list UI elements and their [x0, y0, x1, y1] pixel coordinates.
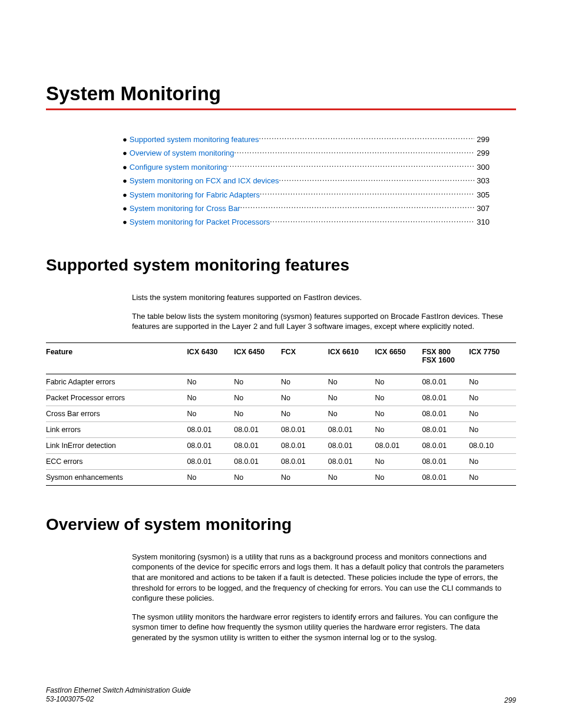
toc-leader: [279, 176, 474, 183]
cell: 08.0.01: [375, 437, 422, 453]
cell: No: [328, 406, 375, 421]
toc-link[interactable]: Overview of system monitoring: [130, 149, 234, 159]
col-header-feature: Feature: [46, 342, 187, 374]
toc-entry: ● System monitoring for Cross Bar 307: [123, 204, 490, 214]
table-row: Sysmon enhancements No No No No No 08.0.…: [46, 469, 516, 485]
title-rule: [46, 108, 516, 110]
section-intro: Lists the system monitoring features sup…: [132, 292, 516, 303]
cell: No: [469, 374, 516, 390]
cell: 08.0.01: [234, 421, 281, 437]
cell: No: [234, 374, 281, 390]
table-row: Fabric Adapter errors No No No No No 08.…: [46, 374, 516, 390]
cell: No: [187, 406, 234, 421]
chapter-toc: ● Supported system monitoring features 2…: [123, 135, 490, 228]
cell: No: [375, 421, 422, 437]
toc-page: 303: [475, 176, 490, 186]
cell: Sysmon enhancements: [46, 469, 187, 485]
toc-link[interactable]: Configure system monitoring: [130, 163, 227, 173]
col-header-icx7750: ICX 7750: [469, 342, 516, 374]
cell: No: [187, 374, 234, 390]
bullet-icon: ●: [123, 163, 127, 173]
cell: No: [328, 390, 375, 406]
toc-page: 300: [475, 163, 490, 173]
toc-leader: [240, 204, 475, 211]
cell: No: [375, 374, 422, 390]
cell: No: [375, 390, 422, 406]
toc-page: 305: [475, 190, 490, 200]
cell: 08.0.01: [422, 374, 469, 390]
cell: 08.0.01: [422, 390, 469, 406]
overview-p2: The sysmon utility monitors the hardware…: [132, 612, 516, 643]
toc-page: 310: [475, 218, 490, 228]
table-row: Packet Processor errors No No No No No 0…: [46, 390, 516, 406]
section-heading-supported: Supported system monitoring features: [46, 256, 516, 275]
col-header-icx6650: ICX 6650: [375, 342, 422, 374]
toc-entry: ● System monitoring for Packet Processor…: [123, 218, 490, 228]
cell: 08.0.01: [422, 421, 469, 437]
cell: 08.0.01: [281, 453, 328, 469]
cell: 08.0.01: [422, 453, 469, 469]
table-row: Link errors 08.0.01 08.0.01 08.0.01 08.0…: [46, 421, 516, 437]
toc-link[interactable]: System monitoring on FCX and ICX devices: [130, 176, 279, 186]
cell: No: [187, 469, 234, 485]
col-header-fsx1600: FSX 1600: [422, 356, 465, 364]
table-row: Link InError detection 08.0.01 08.0.01 0…: [46, 437, 516, 453]
cell: 08.0.01: [187, 453, 234, 469]
cell: Cross Bar errors: [46, 406, 187, 421]
toc-link[interactable]: System monitoring for Cross Bar: [130, 204, 240, 214]
toc-leader: [227, 163, 474, 170]
toc-entry: ● Supported system monitoring features 2…: [123, 135, 490, 145]
cell: No: [469, 390, 516, 406]
toc-entry: ● System monitoring for Fabric Adapters …: [123, 190, 490, 200]
cell: No: [375, 453, 422, 469]
cell: No: [281, 406, 328, 421]
col-header-icx6430: ICX 6430: [187, 342, 234, 374]
toc-leader: [260, 190, 474, 197]
table-row: Cross Bar errors No No No No No 08.0.01 …: [46, 406, 516, 421]
cell: 08.0.01: [281, 421, 328, 437]
section-desc: The table below lists the system monitor…: [132, 311, 516, 332]
cell: Link errors: [46, 421, 187, 437]
cell: No: [469, 453, 516, 469]
cell: Fabric Adapter errors: [46, 374, 187, 390]
toc-page: 307: [475, 204, 490, 214]
footer-doc-number: 53-1003075-02: [46, 695, 191, 704]
col-header-icx6450: ICX 6450: [234, 342, 281, 374]
toc-link[interactable]: System monitoring for Fabric Adapters: [130, 190, 260, 200]
footer-guide-name: FastIron Ethernet Switch Administration …: [46, 686, 191, 696]
cell: No: [375, 469, 422, 485]
toc-leader: [259, 135, 475, 142]
cell: ECC errors: [46, 453, 187, 469]
toc-entry: ● Overview of system monitoring 299: [123, 149, 490, 159]
toc-entry: ● Configure system monitoring 300: [123, 163, 490, 173]
cell: No: [234, 406, 281, 421]
bullet-icon: ●: [123, 204, 127, 214]
cell: No: [281, 390, 328, 406]
table-row: ECC errors 08.0.01 08.0.01 08.0.01 08.0.…: [46, 453, 516, 469]
cell: No: [469, 469, 516, 485]
toc-link[interactable]: Supported system monitoring features: [130, 135, 259, 145]
bullet-icon: ●: [123, 135, 127, 145]
bullet-icon: ●: [123, 149, 127, 159]
bullet-icon: ●: [123, 190, 127, 200]
cell: Link InError detection: [46, 437, 187, 453]
cell: 08.0.01: [234, 437, 281, 453]
cell: 08.0.01: [422, 469, 469, 485]
table-header-row: Feature ICX 6430 ICX 6450 FCX ICX 6610 I…: [46, 342, 516, 374]
section-heading-overview: Overview of system monitoring: [46, 515, 516, 534]
cell: No: [328, 374, 375, 390]
cell: 08.0.01: [422, 406, 469, 421]
cell: 08.0.01: [328, 453, 375, 469]
toc-page: 299: [475, 149, 490, 159]
cell: 08.0.01: [234, 453, 281, 469]
cell: 08.0.01: [328, 437, 375, 453]
cell: 08.0.01: [187, 421, 234, 437]
cell: No: [469, 406, 516, 421]
cell: No: [234, 390, 281, 406]
chapter-title: System Monitoring: [46, 83, 516, 105]
toc-entry: ● System monitoring on FCX and ICX devic…: [123, 176, 490, 186]
toc-page: 299: [475, 135, 490, 145]
toc-link[interactable]: System monitoring for Packet Processors: [130, 218, 270, 228]
footer-page-number: 299: [504, 696, 516, 704]
cell: 08.0.10: [469, 437, 516, 453]
